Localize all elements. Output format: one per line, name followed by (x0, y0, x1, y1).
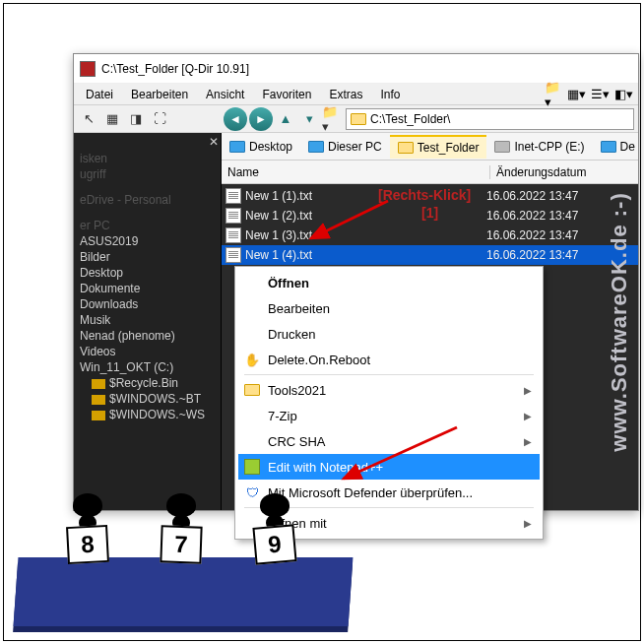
menubar: Datei Bearbeiten Ansicht Favoriten Extra… (74, 84, 638, 105)
submenu-arrow-icon: ▶ (524, 436, 532, 447)
ctx-label: Delete.On.Reboot (268, 353, 370, 367)
folder-icon (351, 113, 366, 125)
tab-label: Desktop (249, 140, 292, 154)
toolbar: ↖ ▦ ◨ ⛶ ◄ ► ▲ ▾ 📁▾ C:\Test_Folder\ (74, 105, 638, 133)
nav-dd-icon[interactable]: ▾ (298, 108, 320, 130)
ctx-label: CRC SHA (268, 434, 326, 449)
tab-test-folder[interactable]: Test_Folder (390, 135, 487, 159)
text-file-icon (225, 247, 241, 263)
annotation-label: [Rechts-Klick] (378, 187, 471, 203)
menu-info[interactable]: Info (372, 86, 408, 103)
ctx-drucken[interactable]: Drucken (238, 321, 540, 347)
tab-label: De (620, 140, 635, 154)
nav-back-icon[interactable]: ◄ (224, 107, 247, 131)
tool2-icon[interactable]: ▦ (101, 108, 123, 130)
path-input[interactable]: C:\Test_Folder\ (346, 108, 634, 130)
text-file-icon (225, 188, 241, 204)
view-icon[interactable]: ☰▾ (589, 86, 611, 103)
monitor-icon (229, 141, 245, 153)
file-name: New 1 (4).txt (245, 248, 486, 262)
ctx-7-zip[interactable]: 7-Zip▶ (238, 403, 540, 428)
tool4-icon[interactable]: ⛶ (149, 108, 170, 130)
judge-table (14, 557, 354, 626)
path-text: C:\Test_Folder\ (370, 112, 450, 126)
tab-label: Dieser PC (328, 140, 382, 154)
judge-figure: 7 (157, 493, 206, 563)
ctx-crc-sha[interactable]: CRC SHA▶ (238, 428, 540, 454)
folder-fav-icon[interactable]: 📁▾ (542, 86, 563, 103)
options-icon[interactable]: ◧▾ (612, 86, 634, 103)
text-file-icon (225, 227, 241, 243)
file-row[interactable]: New 1 (3).txt16.06.2022 13:47 (222, 225, 638, 245)
ctx-label: Bearbeiten (268, 301, 330, 316)
monitor-icon (308, 141, 324, 153)
annotation-index: [1] (421, 205, 438, 221)
judge-figure: 9 (250, 493, 299, 563)
menu-ansicht[interactable]: Ansicht (198, 86, 252, 103)
monitor-icon (601, 141, 616, 153)
ctx-label: Drucken (268, 327, 315, 342)
submenu-arrow-icon: ▶ (524, 411, 532, 421)
window-title: C:\Test_Folder [Q-Dir 10.91] (101, 62, 249, 76)
ctx-tools2021[interactable]: Tools2021▶ (238, 377, 540, 403)
tree-close-icon[interactable]: ✕ (209, 135, 219, 149)
ctx-label: Öffnen (268, 276, 309, 290)
layout-icon[interactable]: ▦▾ (565, 86, 587, 103)
history-icon[interactable]: 📁▾ (322, 108, 344, 130)
menu-datei[interactable]: Datei (78, 86, 121, 103)
tool1-icon[interactable]: ↖ (78, 108, 99, 130)
nav-up-icon[interactable]: ▲ (275, 108, 296, 130)
text-file-icon (225, 208, 241, 224)
tab-label: Test_Folder (418, 141, 480, 155)
judge-figure: 8 (63, 493, 112, 563)
ctx-delete-on-reboot[interactable]: ✋Delete.On.Reboot (238, 347, 540, 372)
list-header[interactable]: Name Änderungsdatum (222, 161, 638, 184)
tab-dieser-pc[interactable]: Dieser PC (300, 136, 390, 158)
folder-icon (244, 382, 260, 398)
file-row[interactable]: New 1 (4).txt16.06.2022 13:47 (222, 245, 638, 265)
nav-fwd-icon[interactable]: ► (249, 107, 273, 131)
submenu-arrow-icon: ▶ (524, 518, 532, 529)
drive-icon (494, 141, 510, 153)
menu-extras[interactable]: Extras (321, 86, 370, 103)
menu-favoriten[interactable]: Favoriten (254, 86, 319, 103)
ctx-label: 7-Zip (268, 409, 297, 423)
folder-icon (398, 142, 414, 154)
folder-tree[interactable]: ✕ isken ugriff eDrive - Personal er PC A… (74, 133, 222, 510)
file-name: New 1 (3).txt (245, 228, 486, 242)
tab-label: Inet-CPP (E:) (514, 140, 584, 154)
watermark-text: www.SoftwareOK.de :-) (607, 192, 632, 451)
app-icon (80, 61, 96, 77)
tool3-icon[interactable]: ◨ (125, 108, 147, 130)
hand-icon: ✋ (244, 352, 260, 367)
location-tabs: DesktopDieser PCTest_FolderInet-CPP (E:)… (222, 133, 638, 161)
ctx--ffnen[interactable]: Öffnen (238, 270, 540, 295)
ctx-bearbeiten[interactable]: Bearbeiten (238, 295, 540, 321)
file-name: New 1 (2).txt (245, 209, 486, 223)
ctx-label: Tools2021 (268, 383, 326, 398)
tab-inet-cpp-e-[interactable]: Inet-CPP (E:) (486, 136, 592, 158)
menu-separator (244, 374, 534, 375)
tab-desktop[interactable]: Desktop (222, 136, 300, 158)
submenu-arrow-icon: ▶ (524, 385, 532, 396)
tab-de[interactable]: De (593, 136, 638, 158)
menu-bearbeiten[interactable]: Bearbeiten (123, 86, 196, 103)
